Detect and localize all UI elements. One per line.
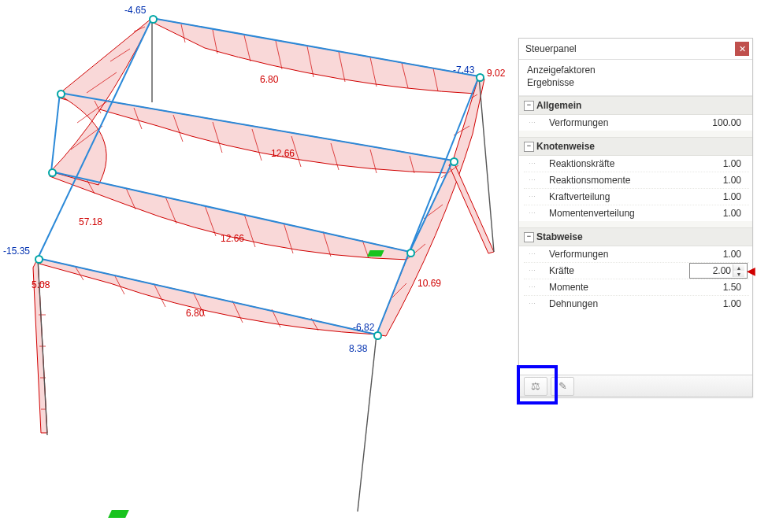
group-stabweise: − Stabweise ⋯ Verformungen 1.00 ⋯ Kräfte… — [519, 227, 752, 312]
edit-button[interactable]: ✎ — [551, 377, 574, 396]
row-lead-icon: ⋯ — [524, 209, 547, 217]
panel-header-line: Ergebnisse — [527, 77, 744, 90]
control-panel: Steuerpanel ✕ Anzeigefaktoren Ergebnisse… — [518, 38, 753, 397]
expander-icon[interactable]: − — [524, 232, 534, 242]
prop-label: Momente — [547, 282, 691, 293]
spin-down-button[interactable]: ▼ — [733, 271, 744, 277]
prop-value: 1.00 — [691, 175, 749, 186]
prop-label: Verformungen — [547, 249, 691, 260]
group-title: Stabweise — [536, 231, 583, 242]
node-marker — [48, 168, 57, 177]
group-header-stabweise[interactable]: − Stabweise — [519, 227, 752, 246]
value-label: 6.80 — [260, 74, 278, 85]
prop-row-stab-kraefte[interactable]: ⋯ Kräfte 2.00 ▲ ▼ ◀ — [524, 263, 749, 279]
close-icon: ✕ — [739, 44, 746, 54]
node-marker — [57, 90, 65, 98]
svg-rect-62 — [108, 510, 129, 518]
value-label: -6.82 — [353, 322, 374, 333]
prop-value: 1.00 — [691, 208, 749, 219]
prop-value: 1.00 — [691, 158, 749, 169]
spin-up-button[interactable]: ▲ — [733, 264, 744, 271]
value-label: 10.69 — [417, 278, 441, 289]
prop-row-momentenverteilung[interactable]: ⋯ Momentenverteilung 1.00 — [524, 205, 749, 221]
panel-header-block: Anzeigefaktoren Ergebnisse — [519, 60, 752, 95]
prop-row-stab-verformungen[interactable]: ⋯ Verformungen 1.00 — [524, 246, 749, 263]
prop-value-input[interactable]: 2.00 — [690, 265, 733, 276]
group-title: Allgemein — [536, 100, 581, 111]
prop-row-kraftverteilung[interactable]: ⋯ Kraftverteilung 1.00 — [524, 189, 749, 205]
svg-line-59 — [358, 334, 377, 512]
row-lead-icon: ⋯ — [524, 300, 547, 308]
prop-row-stab-dehnungen[interactable]: ⋯ Dehnungen 1.00 — [524, 296, 749, 312]
value-label: -7.43 — [453, 65, 474, 76]
panel-header-line: Anzeigefaktoren — [527, 65, 744, 77]
row-lead-icon: ⋯ — [524, 176, 547, 184]
prop-row-verformungen[interactable]: ⋯ Verformungen 100.00 — [524, 115, 749, 131]
row-lead-icon: ⋯ — [524, 283, 547, 291]
value-label: -15.35 — [3, 246, 30, 257]
value-label: 9.02 — [487, 68, 505, 79]
value-label: 5.08 — [32, 279, 50, 290]
wand-icon: ✎ — [558, 380, 567, 392]
row-lead-icon: ⋯ — [524, 250, 547, 258]
prop-label: Momentenverteilung — [547, 208, 691, 219]
prop-label: Kraftverteilung — [547, 191, 691, 202]
prop-label: Reaktionskräfte — [547, 158, 691, 169]
group-knotenweise: − Knotenweise ⋯ Reaktionskräfte 1.00 ⋯ R… — [519, 137, 752, 221]
svg-line-52 — [38, 258, 377, 334]
prop-label: Dehnungen — [547, 298, 691, 309]
value-label: -4.65 — [124, 5, 146, 16]
row-lead-icon: ⋯ — [524, 119, 547, 127]
value-label: 12.66 — [221, 233, 244, 244]
factors-button[interactable]: ⚖ — [524, 377, 547, 396]
node-marker — [35, 255, 43, 264]
svg-line-54 — [377, 76, 479, 334]
value-label: 8.38 — [349, 343, 367, 354]
row-lead-icon: ⋯ — [524, 267, 547, 275]
prop-value: 100.00 — [691, 117, 749, 128]
prop-value: 1.50 — [691, 282, 749, 293]
prop-row-stab-momente[interactable]: ⋯ Momente 1.50 — [524, 279, 749, 296]
prop-row-reaktionsmomente[interactable]: ⋯ Reaktionsmomente 1.00 — [524, 172, 749, 189]
svg-line-55 — [51, 93, 60, 172]
panel-title: Steuerpanel — [525, 43, 735, 54]
close-button[interactable]: ✕ — [735, 42, 749, 56]
panel-body: − Allgemein ⋯ Verformungen 100.00 − Knot… — [519, 95, 752, 312]
group-header-allgemein[interactable]: − Allgemein — [519, 96, 752, 115]
node-marker — [149, 15, 158, 24]
group-header-knotenweise[interactable]: − Knotenweise — [519, 137, 752, 156]
prop-value: 1.00 — [691, 249, 749, 260]
node-marker — [406, 249, 415, 257]
active-row-arrow-icon: ◀ — [747, 264, 755, 277]
prop-row-reaktionskraefte[interactable]: ⋯ Reaktionskräfte 1.00 — [524, 156, 749, 172]
svg-rect-63 — [367, 250, 384, 257]
value-label: 57.18 — [79, 216, 102, 227]
node-marker — [373, 331, 382, 340]
panel-titlebar: Steuerpanel ✕ — [519, 39, 752, 60]
expander-icon[interactable]: − — [524, 101, 534, 111]
value-label: 6.80 — [186, 308, 204, 319]
node-marker — [476, 73, 484, 82]
prop-value: 1.00 — [691, 298, 749, 309]
balance-icon: ⚖ — [531, 380, 540, 392]
row-lead-icon: ⋯ — [524, 193, 547, 201]
prop-value: 1.00 — [691, 191, 749, 202]
prop-label: Verformungen — [547, 117, 691, 128]
value-label: 12.66 — [271, 148, 295, 159]
row-lead-icon: ⋯ — [524, 160, 547, 168]
prop-label: Kräfte — [547, 265, 689, 276]
group-allgemein: − Allgemein ⋯ Verformungen 100.00 — [519, 96, 752, 131]
value-spinner: ▲ ▼ — [733, 264, 744, 277]
prop-label: Reaktionsmomente — [547, 175, 691, 186]
node-marker — [450, 157, 458, 166]
expander-icon[interactable]: − — [524, 142, 534, 152]
panel-footer: ⚖ ✎ — [519, 375, 752, 397]
group-title: Knotenweise — [536, 141, 595, 152]
